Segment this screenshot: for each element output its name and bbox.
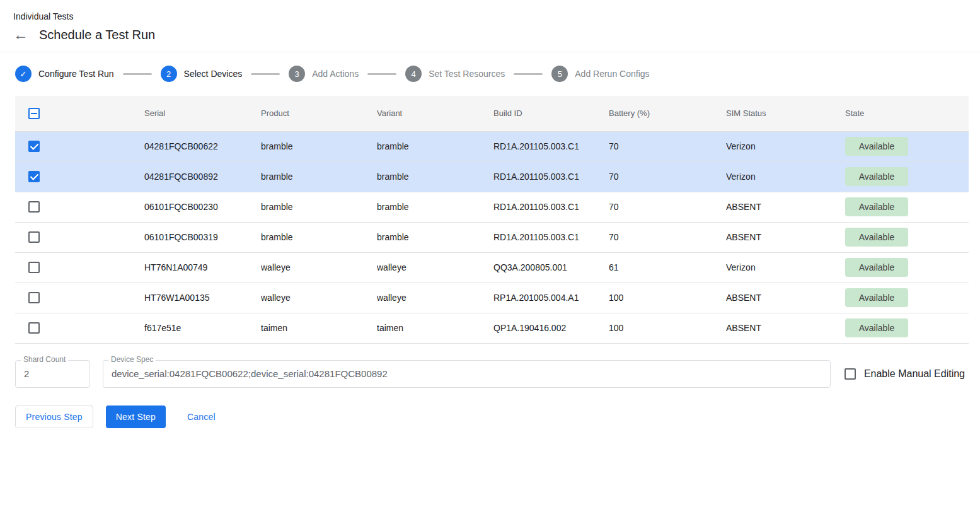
cell-variant: bramble	[377, 161, 493, 192]
column-header-sim-status: SIM Status	[726, 96, 845, 131]
cell-sim-status: Verizon	[726, 161, 845, 192]
shard-count-field[interactable]: Shard Count 2	[15, 360, 90, 388]
enable-manual-editing-toggle: Enable Manual Editing	[845, 368, 965, 380]
cell-sim-status: ABSENT	[726, 283, 845, 313]
cell-battery: 100	[609, 283, 726, 313]
cell-variant: walleye	[377, 283, 493, 313]
cell-serial: 06101FQCB00230	[144, 192, 261, 222]
breadcrumb: Individual Tests	[13, 11, 965, 21]
enable-manual-editing-label: Enable Manual Editing	[864, 368, 965, 380]
table-row[interactable]: HT76W1A00135 walleye walleye RP1A.201005…	[15, 283, 969, 313]
row-checkbox[interactable]	[28, 141, 40, 152]
cell-sim-status: ABSENT	[726, 313, 845, 343]
step-label: Add Actions	[312, 69, 359, 79]
step-label: Select Devices	[184, 69, 243, 79]
cell-build-id: QP1A.190416.002	[493, 313, 609, 343]
status-badge: Available	[845, 258, 908, 277]
select-all-checkbox[interactable]	[28, 108, 40, 119]
cell-product: bramble	[261, 131, 377, 161]
cell-serial: HT76W1A00135	[144, 283, 261, 313]
cell-battery: 70	[609, 192, 726, 222]
cell-serial: 06101FQCB00319	[144, 222, 261, 252]
cell-serial: f617e51e	[144, 313, 261, 343]
cell-variant: bramble	[377, 222, 493, 252]
page-title: Schedule a Test Run	[39, 28, 155, 42]
step-number-badge: 4	[405, 66, 422, 82]
action-bar: Previous Step Next Step Cancel	[15, 406, 965, 428]
cell-build-id: RD1A.201105.003.C1	[493, 192, 609, 222]
cell-build-id: QQ3A.200805.001	[493, 252, 609, 283]
column-header-build-id: Build ID	[493, 96, 609, 131]
next-step-button[interactable]: Next Step	[106, 406, 166, 428]
cell-serial: 04281FQCB00892	[144, 161, 261, 192]
back-arrow-icon[interactable]: ←	[13, 27, 28, 42]
cell-serial: HT76N1A00749	[144, 252, 261, 283]
cancel-button[interactable]: Cancel	[177, 406, 226, 428]
cell-build-id: RD1A.201105.003.C1	[493, 131, 609, 161]
cell-product: bramble	[261, 161, 377, 192]
status-badge: Available	[845, 288, 908, 307]
cell-battery: 70	[609, 161, 726, 192]
table-row[interactable]: HT76N1A00749 walleye walleye QQ3A.200805…	[15, 252, 969, 283]
column-header-state: State	[845, 96, 969, 131]
column-header-variant: Variant	[377, 96, 493, 131]
cell-variant: bramble	[377, 131, 493, 161]
status-badge: Available	[845, 318, 908, 337]
step-label: Set Test Resources	[429, 69, 505, 79]
cell-variant: bramble	[377, 192, 493, 222]
previous-step-button[interactable]: Previous Step	[15, 406, 93, 428]
device-spec-form: Shard Count 2 Device Spec device_serial:…	[15, 360, 965, 388]
enable-manual-editing-checkbox[interactable]	[845, 368, 856, 380]
table-row[interactable]: 04281FQCB00622 bramble bramble RD1A.2011…	[15, 131, 969, 161]
cell-serial: 04281FQCB00622	[144, 131, 261, 161]
stepper-step[interactable]: 2 Select Devices	[114, 66, 243, 82]
cell-sim-status: Verizon	[726, 131, 845, 161]
cell-variant: taimen	[377, 313, 493, 343]
row-checkbox[interactable]	[28, 231, 40, 243]
table-row[interactable]: 04281FQCB00892 bramble bramble RD1A.2011…	[15, 161, 969, 192]
shard-count-label: Shard Count	[21, 355, 68, 364]
table-row[interactable]: 06101FQCB00230 bramble bramble RD1A.2011…	[15, 192, 969, 222]
cell-build-id: RP1A.201005.004.A1	[493, 283, 609, 313]
row-checkbox[interactable]	[28, 322, 40, 334]
cell-variant: walleye	[377, 252, 493, 283]
stepper: ✓ Configure Test Run 2 Select Devices 3 …	[15, 66, 965, 82]
step-label: Configure Test Run	[38, 69, 114, 79]
page-header: Individual Tests ← Schedule a Test Run	[0, 0, 980, 52]
cell-sim-status: ABSENT	[726, 192, 845, 222]
column-header-product: Product	[261, 96, 377, 131]
cell-battery: 70	[609, 222, 726, 252]
row-checkbox[interactable]	[28, 262, 40, 273]
cell-product: walleye	[261, 283, 377, 313]
row-checkbox[interactable]	[28, 201, 40, 213]
table-row[interactable]: 06101FQCB00319 bramble bramble RD1A.2011…	[15, 222, 969, 252]
row-checkbox[interactable]	[28, 171, 40, 182]
stepper-step[interactable]: 5 Add Rerun Configs	[505, 66, 649, 82]
stepper-step[interactable]: ✓ Configure Test Run	[15, 66, 114, 82]
device-spec-field[interactable]: Device Spec device_serial:04281FQCB00622…	[103, 360, 831, 388]
cell-build-id: RD1A.201105.003.C1	[493, 161, 609, 192]
device-table: Serial Product Variant Build ID Battery …	[15, 96, 969, 344]
step-number-badge: ✓	[15, 66, 32, 82]
status-badge: Available	[845, 228, 908, 247]
row-checkbox[interactable]	[28, 292, 40, 303]
cell-battery: 70	[609, 131, 726, 161]
stepper-step[interactable]: 4 Set Test Resources	[359, 66, 505, 82]
stepper-step[interactable]: 3 Add Actions	[242, 66, 359, 82]
cell-battery: 100	[609, 313, 726, 343]
step-label: Add Rerun Configs	[575, 69, 649, 79]
step-number-badge: 5	[551, 66, 568, 82]
device-spec-label: Device Spec	[108, 355, 156, 364]
cell-sim-status: Verizon	[726, 252, 845, 283]
cell-product: walleye	[261, 252, 377, 283]
cell-product: bramble	[261, 192, 377, 222]
step-number-badge: 3	[289, 66, 305, 82]
column-header-serial: Serial	[144, 96, 261, 131]
title-row: ← Schedule a Test Run	[13, 27, 965, 52]
column-header-battery: Battery (%)	[609, 96, 726, 131]
table-row[interactable]: f617e51e taimen taimen QP1A.190416.002 1…	[15, 313, 969, 343]
shard-count-value: 2	[24, 368, 29, 379]
step-number-badge: 2	[161, 66, 177, 82]
status-badge: Available	[845, 137, 908, 156]
status-badge: Available	[845, 167, 908, 186]
